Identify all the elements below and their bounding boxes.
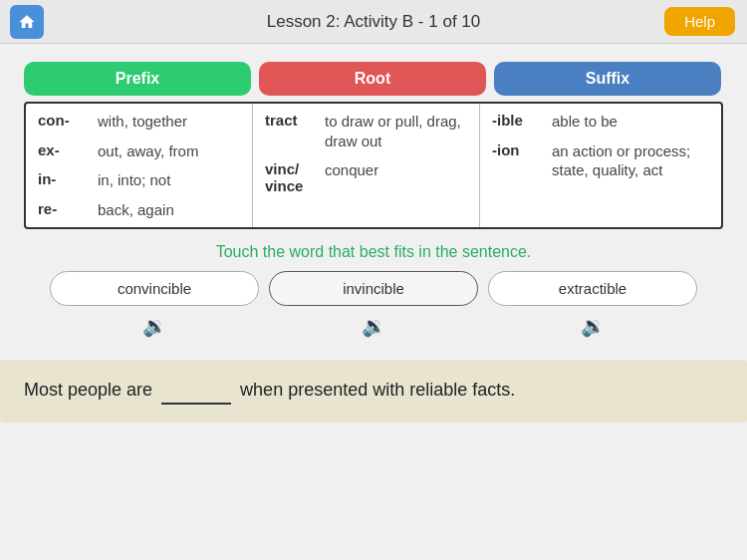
sentence-after: when presented with reliable facts. (240, 380, 515, 400)
table-row: -ibleable to be (492, 112, 695, 132)
answer-button[interactable]: convincible (50, 271, 259, 306)
vocab-def: an action or process; state, quality, ac… (552, 141, 695, 180)
speaker-icon[interactable]: 🔉 (50, 314, 259, 338)
header: Lesson 2: Activity B - 1 of 10 Help (0, 0, 747, 44)
answer-button[interactable]: invincible (269, 271, 478, 306)
answer-button[interactable]: extractible (488, 271, 697, 306)
table-row: vinc/ vinceconquer (265, 160, 467, 194)
vocab-def: in, into; not (98, 170, 170, 190)
vocab-def: able to be (552, 112, 618, 132)
vocab-term: re- (38, 200, 90, 217)
table-row: re-back, again (38, 200, 240, 220)
root-section: tractto draw or pull, drag, draw outvinc… (253, 104, 480, 227)
vocab-term: vinc/ vince (265, 160, 317, 194)
table-row: ex-out, away, from (38, 141, 240, 161)
vocab-def: to draw or pull, drag, draw out (325, 112, 467, 150)
speaker-icon[interactable]: 🔉 (269, 314, 478, 338)
sentence-before: Most people are (24, 380, 152, 400)
table-row: con-with, together (38, 112, 240, 132)
root-header: Root (259, 62, 486, 96)
sentence-blank (161, 378, 231, 405)
vocab-term: -ion (492, 141, 544, 158)
table-row: tractto draw or pull, drag, draw out (265, 112, 467, 150)
suffix-section: -ibleable to be-ionan action or process;… (480, 104, 707, 227)
table-row: in-in, into; not (38, 170, 240, 190)
speaker-row: 🔉🔉🔉 (24, 314, 723, 338)
instruction-text: Touch the word that best fits in the sen… (24, 243, 723, 261)
vocab-def: back, again (98, 200, 174, 220)
vocab-def: with, together (98, 112, 187, 132)
vocab-term: ex- (38, 141, 90, 158)
vocab-term: in- (38, 170, 90, 187)
header-title: Lesson 2: Activity B - 1 of 10 (267, 12, 481, 32)
main-content: Prefix Root Suffix con-with, togetherex-… (0, 44, 747, 360)
prefix-header: Prefix (24, 62, 251, 96)
column-headers: Prefix Root Suffix (24, 62, 723, 96)
speaker-icon[interactable]: 🔉 (488, 314, 697, 338)
vocab-term: con- (38, 112, 90, 129)
home-button[interactable] (10, 5, 44, 39)
answer-row: convincibleinvincibleextractible (24, 271, 723, 306)
vocab-term: -ible (492, 112, 544, 129)
help-button[interactable]: Help (664, 7, 735, 36)
vocab-table: con-with, togetherex-out, away, fromin-i… (24, 102, 723, 229)
vocab-term: tract (265, 112, 317, 129)
vocab-def: out, away, from (98, 141, 198, 161)
prefix-section: con-with, togetherex-out, away, fromin-i… (26, 104, 253, 227)
vocab-def: conquer (325, 160, 378, 180)
sentence-section: Most people are when presented with reli… (0, 360, 747, 422)
table-row: -ionan action or process; state, quality… (492, 141, 695, 180)
suffix-header: Suffix (494, 62, 721, 96)
